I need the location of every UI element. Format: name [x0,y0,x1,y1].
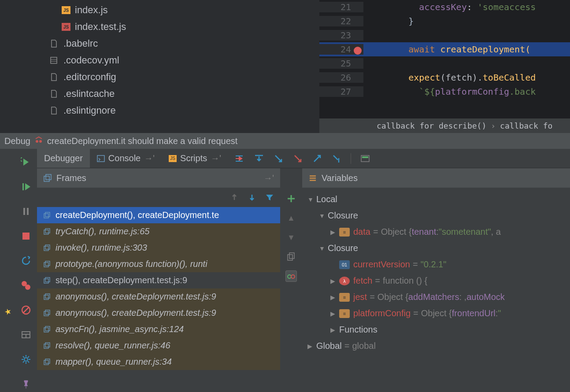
frame-row[interactable]: tryCatch(), runtime.js:65 [37,223,280,240]
resume-button[interactable] [20,181,32,193]
debug-tool-window-title: Debug createDeployment.it should make a … [0,133,570,149]
breadcrumb-item[interactable]: callback fo [500,121,552,130]
svg-point-10 [25,285,30,290]
file-item[interactable]: .editorconfig [0,69,319,85]
step-into-button[interactable] [273,153,284,164]
var-scope-functions[interactable]: ▶Functions [302,322,570,338]
file-item[interactable]: JS index.test.js [0,18,319,35]
var-item[interactable]: 01currentVersion="0.2.1" [302,256,570,273]
pin-button[interactable] [20,378,32,390]
frames-icon [43,174,52,182]
pin-tab-icon[interactable]: →' [144,153,155,163]
frame-row[interactable]: createDeployment(), createDeployment.te [37,207,280,223]
var-item[interactable]: ▶λfetch=function () { [302,273,570,289]
svg-rect-33 [45,261,50,266]
svg-rect-0 [51,57,57,63]
frame-row[interactable]: anonymous(), createDeployment.test.js:9 [37,288,280,305]
var-item[interactable]: ▶≡jest=Object {addMatchers: , autoMock [302,289,570,305]
object-icon: ≡ [339,293,350,302]
tab-scripts[interactable]: JS Scripts →' [162,149,228,168]
code-editor[interactable]: 21 accessKey: 'someaccess22 }2324 await … [319,0,570,133]
settings-button[interactable] [20,353,32,366]
svg-rect-46 [288,255,292,260]
variables-tree[interactable]: ▼Local ▼Closure ▶≡data=Object {tenant: "… [302,188,570,392]
step-over-button[interactable] [254,153,264,164]
frames-side-toolbar: ▲ ▼ [280,168,302,392]
next-frame-button[interactable] [248,193,256,202]
var-scope-global[interactable]: ▶Global=global [302,338,570,354]
svg-point-16 [24,358,28,361]
layout-button[interactable] [20,329,32,341]
var-item[interactable]: ▶≡data=Object {tenant: "sometenant", a [302,224,570,240]
svg-rect-34 [44,279,48,283]
rerun-button[interactable] [20,156,32,168]
copy-button[interactable] [285,251,297,263]
restart-button[interactable] [20,255,32,267]
frame-row[interactable]: mapper(), queue_runner.js:34 [37,354,280,370]
var-scope-closure[interactable]: ▼Closure [302,240,570,256]
var-scope-local[interactable]: ▼Local [302,191,570,207]
svg-rect-25 [46,174,51,180]
file-item[interactable]: .eslintignore [0,102,319,119]
frame-row[interactable]: invoke(), runtime.js:303 [37,240,280,256]
pin-panel-icon[interactable]: →' [263,173,274,183]
show-execution-point-button[interactable] [234,153,245,164]
yml-file-icon [48,55,59,66]
svg-rect-7 [27,208,29,215]
debug-label: Debug [4,136,30,146]
file-item[interactable]: .babelrc [0,35,319,52]
svg-rect-26 [44,214,48,218]
file-item[interactable]: .codecov.yml [0,52,319,69]
run-to-cursor-button[interactable] [331,153,342,164]
stop-button[interactable] [20,230,32,242]
variables-panel: Variables ▼Local ▼Closure ▶≡data=Object … [302,168,570,392]
tab-debugger[interactable]: Debugger [37,149,90,168]
frames-list[interactable]: createDeployment(), createDeployment.tet… [37,207,280,392]
svg-rect-6 [23,208,25,215]
js-file-icon: JS [62,6,70,14]
svg-rect-5 [22,183,24,190]
file-item[interactable]: JS index.js [0,2,319,18]
frame-row[interactable]: anonymous(), createDeployment.test.js:9 [37,305,280,321]
frame-row[interactable]: resolve(), queue_runner.js:46 [37,337,280,354]
evaluate-expression-button[interactable] [360,153,370,164]
scroll-down-button[interactable]: ▼ [285,232,297,243]
debug-config-name: createDeployment.it should make a valid … [47,136,237,146]
glasses-icon[interactable] [285,270,297,282]
scroll-up-button[interactable]: ▲ [285,212,297,224]
svg-rect-50 [310,175,316,177]
step-out-button[interactable] [312,153,322,164]
frames-title: Frames [56,173,86,183]
file-item[interactable]: .eslintcache [0,85,319,102]
breadcrumb[interactable]: callback for describe() › callback fo [319,118,570,133]
frame-row[interactable]: prototype.(anonymous function)(), runti [37,256,280,272]
svg-rect-38 [44,311,48,316]
previous-frame-button[interactable] [230,193,239,202]
filter-frames-button[interactable] [265,193,274,202]
tab-console[interactable]: Console →' [90,149,162,168]
frame-row[interactable]: asyncFn(), jasmine_async.js:124 [37,321,280,337]
console-icon [97,155,105,163]
force-step-into-button[interactable] [292,153,303,164]
var-scope-closure[interactable]: ▼Closure [302,207,570,224]
svg-rect-27 [45,212,50,217]
var-item[interactable]: ▶≡platformConfig=Object {frontendUrl: " [302,305,570,322]
add-watch-button[interactable] [285,193,297,204]
pin-tab-icon[interactable]: →' [211,153,221,163]
file-name: .eslintcache [63,88,115,100]
svg-rect-30 [44,246,48,251]
svg-rect-17 [97,155,104,162]
svg-rect-36 [44,295,48,300]
mute-breakpoints-button[interactable] [20,304,32,316]
object-icon: ≡ [339,309,350,318]
view-breakpoints-button[interactable] [20,279,32,292]
pause-button[interactable] [20,205,32,218]
project-tree[interactable]: JS index.js JS index.test.js .babelrc .c… [0,0,319,133]
generic-file-icon [48,105,59,116]
svg-rect-52 [310,180,316,181]
debug-controls-toolbar [15,149,37,392]
breadcrumb-item[interactable]: callback for describe() [377,121,486,130]
frame-row[interactable]: step(), createDeployment.test.js:9 [37,272,280,288]
favorites-tool-button[interactable]: ★ [3,307,12,317]
svg-rect-41 [45,326,50,331]
